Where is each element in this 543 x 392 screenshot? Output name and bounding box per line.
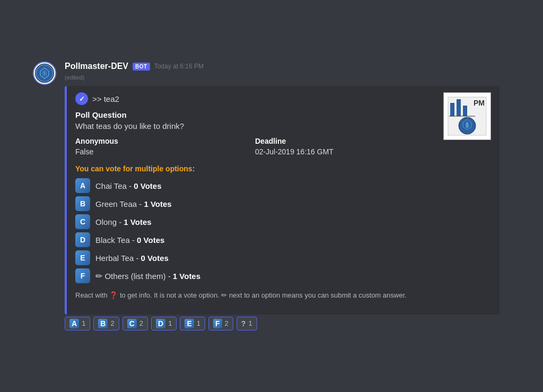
reaction-emoji: ?: [241, 319, 246, 328]
reaction-emoji: D: [156, 319, 165, 328]
reaction-button[interactable]: B2: [93, 317, 119, 330]
option-text-e: Herbal Tea - 0 Votes: [95, 254, 169, 263]
anonymous-label: Anonymous: [75, 137, 255, 145]
svg-rect-6: [463, 106, 467, 116]
vote-option: F✏ Others (list them) - 1 Votes: [75, 268, 435, 283]
embed-thumbnail: PM: [443, 92, 491, 140]
pencil-icon: ✏: [95, 272, 104, 281]
option-text-c: Olong - 1 Votes: [95, 217, 152, 227]
option-badge-d: D: [75, 232, 90, 247]
option-badge-e: E: [75, 250, 90, 265]
reactions: A1B2C2D1E1F2?1: [65, 317, 510, 330]
reaction-button[interactable]: ?1: [237, 317, 257, 330]
vote-option: DBlack Tea - 0 Votes: [75, 232, 435, 247]
reaction-count: 1: [197, 319, 200, 327]
reaction-count: 2: [139, 319, 143, 327]
option-badge-b: B: [75, 196, 90, 211]
option-badge-f: F: [75, 268, 90, 283]
reaction-button[interactable]: A1: [65, 317, 90, 330]
reaction-count: 2: [225, 319, 229, 327]
reaction-emoji: E: [185, 319, 194, 328]
footer-text: React with ❓ to get info. It is not a vo…: [75, 291, 435, 300]
poll-question-text: What teas do you like to drink?: [75, 121, 435, 130]
vote-options: AChai Tea - 0 VotesBGreen Teaa - 1 Votes…: [75, 178, 435, 283]
message-header: Pollmaster-DEV BOT Today at 6:16 PM: [65, 62, 510, 71]
command-text: >> tea2: [92, 94, 119, 103]
avatar: [33, 62, 56, 85]
embed: ✓ >> tea2 Poll Question What teas do you…: [65, 86, 500, 314]
embed-command-line: ✓ >> tea2: [75, 92, 435, 105]
message-body: Pollmaster-DEV BOT Today at 6:16 PM (edi…: [65, 62, 510, 330]
svg-rect-4: [450, 103, 454, 116]
bot-name: Pollmaster-DEV: [65, 62, 128, 71]
bot-badge: BOT: [133, 63, 150, 71]
reaction-count: 2: [110, 319, 114, 327]
timestamp: Today at 6:16 PM: [154, 63, 204, 70]
reaction-button[interactable]: E1: [180, 317, 205, 330]
option-text-f: ✏ Others (list them) - 1 Votes: [95, 271, 200, 281]
poll-question-label: Poll Question: [75, 110, 435, 119]
vote-instruction: You can vote for multiple options:: [75, 164, 435, 173]
reaction-count: 1: [82, 319, 85, 327]
command-icon: ✓: [75, 92, 88, 105]
reaction-emoji: B: [98, 319, 108, 328]
svg-text:PM: PM: [474, 99, 485, 107]
deadline-value: 02-Jul-2019 16:16 GMT: [255, 147, 435, 156]
option-text-b: Green Teaa - 1 Votes: [95, 199, 172, 208]
reaction-emoji: F: [213, 319, 222, 328]
vote-option: EHerbal Tea - 0 Votes: [75, 250, 435, 265]
vote-option: COlong - 1 Votes: [75, 214, 435, 229]
reaction-count: 1: [248, 319, 252, 327]
embed-content: ✓ >> tea2 Poll Question What teas do you…: [75, 92, 435, 308]
option-text-a: Chai Tea - 0 Votes: [95, 181, 162, 190]
reaction-button[interactable]: C2: [122, 317, 148, 330]
reaction-button[interactable]: D1: [151, 317, 177, 330]
edited-label: (edited): [65, 74, 510, 81]
deadline-label: Deadline: [255, 137, 435, 145]
reaction-count: 1: [168, 319, 172, 327]
option-badge-c: C: [75, 214, 90, 229]
vote-option: AChai Tea - 0 Votes: [75, 178, 435, 193]
option-text-d: Black Tea - 0 Votes: [95, 236, 164, 245]
poll-meta: Anonymous Deadline False 02-Jul-2019 16:…: [75, 137, 435, 156]
message-container: Pollmaster-DEV BOT Today at 6:16 PM (edi…: [22, 53, 521, 338]
vote-option: BGreen Teaa - 1 Votes: [75, 196, 435, 211]
option-badge-a: A: [75, 178, 90, 193]
anonymous-value: False: [75, 147, 255, 156]
reaction-emoji: A: [69, 319, 79, 328]
reaction-button[interactable]: F2: [208, 317, 233, 330]
reaction-emoji: C: [127, 319, 137, 328]
svg-rect-5: [457, 99, 461, 116]
